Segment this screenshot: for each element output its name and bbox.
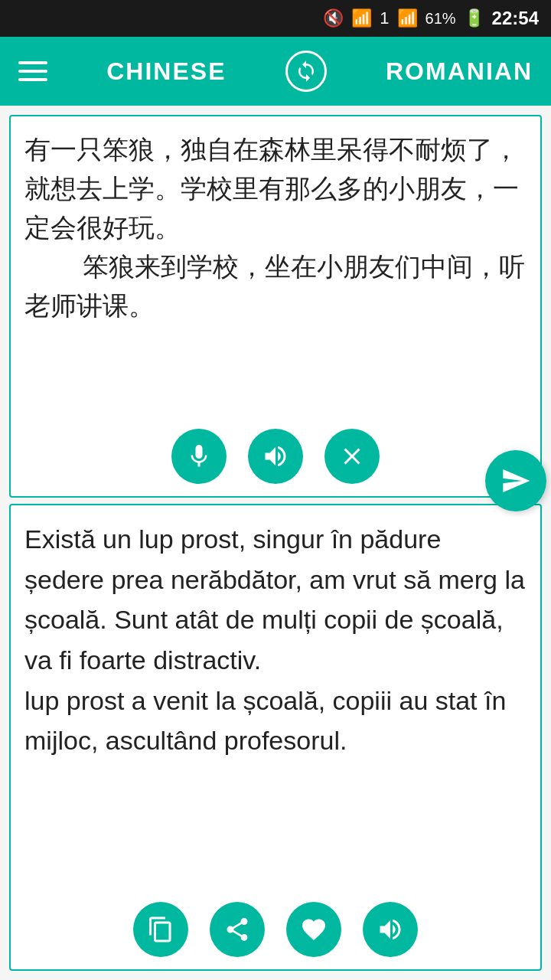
share-button[interactable] xyxy=(210,902,265,957)
translation-text: Există un lup prost, singur în pădure șe… xyxy=(24,519,527,761)
microphone-button[interactable] xyxy=(171,429,227,484)
translation-panel: Există un lup prost, singur în pădure șe… xyxy=(9,504,542,971)
status-signal-icon: 📶 xyxy=(397,8,418,28)
menu-button[interactable] xyxy=(18,61,47,81)
status-wifi-icon: 📶 xyxy=(351,8,372,28)
source-panel: 有一只笨狼，独自在森林里呆得不耐烦了，就想去上学。学校里有那么多的小朋友，一定会… xyxy=(9,115,542,498)
source-actions xyxy=(11,429,540,484)
translation-actions xyxy=(11,902,540,957)
speak-translation-button[interactable] xyxy=(363,902,418,957)
target-language-label: ROMANIAN xyxy=(386,57,533,86)
content-area: 有一只笨狼，独自在森林里呆得不耐烦了，就想去上学。学校里有那么多的小朋友，一定会… xyxy=(0,106,551,980)
speak-source-button[interactable] xyxy=(248,429,303,484)
swap-languages-button[interactable] xyxy=(285,51,327,92)
status-bar: 🔇 📶 1 📶 61% 🔋 22:54 xyxy=(0,0,551,37)
top-bar: CHINESE ROMANIAN xyxy=(0,37,551,106)
source-text[interactable]: 有一只笨狼，独自在森林里呆得不耐烦了，就想去上学。学校里有那么多的小朋友，一定会… xyxy=(24,130,527,325)
copy-button[interactable] xyxy=(133,902,188,957)
clear-button[interactable] xyxy=(324,429,380,484)
battery-icon: 🔋 xyxy=(464,8,484,28)
favorite-button[interactable] xyxy=(286,902,341,957)
source-language-label: CHINESE xyxy=(106,57,226,86)
battery-indicator: 61% xyxy=(425,10,456,28)
status-mute-icon: 🔇 xyxy=(323,8,344,28)
translate-button[interactable] xyxy=(485,450,546,511)
clock: 22:54 xyxy=(492,8,539,29)
status-sim-icon: 1 xyxy=(380,8,389,28)
